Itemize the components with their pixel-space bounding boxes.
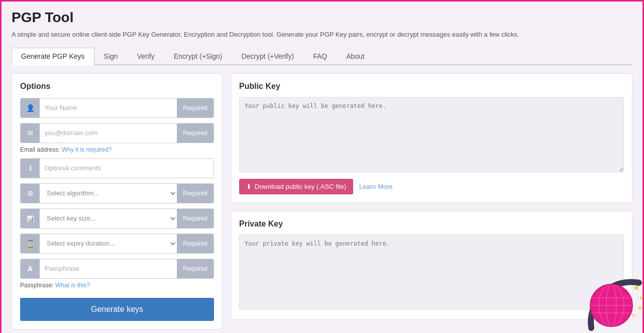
passphrase-info-prefix: Passphrase:: [20, 282, 54, 289]
page-title: PGP Tool: [12, 10, 632, 26]
keysize-field-row: Select key size... 2048 4096 Required: [20, 208, 214, 229]
cog-icon: [21, 184, 40, 203]
name-required-badge: Required: [177, 98, 213, 118]
font-icon: [21, 259, 40, 278]
passphrase-info: Passphrase: What is this?: [20, 282, 214, 289]
passphrase-info-link[interactable]: What is this?: [55, 282, 90, 289]
algorithm-select-wrapper: Select algorithm... RSA ECC: [40, 184, 177, 203]
algorithm-field-row: Select algorithm... RSA ECC Required: [20, 183, 214, 203]
email-info: Email address: Why it is required?: [20, 146, 214, 153]
main-content: Options Required Required: [12, 65, 632, 334]
download-public-key-button[interactable]: Download public key (.ASC file): [239, 179, 353, 194]
keysize-select[interactable]: Select key size... 2048 4096: [40, 209, 177, 228]
options-panel: Options Required Required: [12, 73, 223, 329]
expiry-required-badge: Required: [177, 234, 213, 253]
tab-generate-pgp-keys[interactable]: Generate PGP Keys: [12, 48, 94, 65]
email-field-row: Required: [20, 123, 214, 143]
comments-field-row: [20, 158, 214, 178]
private-key-textarea[interactable]: [239, 235, 624, 310]
name-input[interactable]: [40, 98, 177, 118]
user-icon: [21, 98, 40, 118]
expiry-field-row: Select expiry duration... 1 year 2 years…: [20, 234, 214, 254]
download-public-key-label: Download public key (.ASC file): [255, 183, 346, 190]
expiry-select-wrapper: Select expiry duration... 1 year 2 years…: [40, 234, 177, 253]
keysize-required-badge: Required: [177, 209, 213, 228]
download-icon: [246, 183, 252, 190]
tab-sign[interactable]: Sign: [94, 48, 128, 65]
private-key-title: Private Key: [239, 219, 624, 229]
hourglass-icon: [21, 234, 40, 253]
private-key-card: Private Key: [231, 211, 632, 320]
options-card: Options Required Required: [12, 73, 223, 329]
expiry-select[interactable]: Select expiry duration... 1 year 2 years…: [40, 234, 177, 253]
generate-keys-button[interactable]: Generate keys: [20, 298, 214, 321]
passphrase-required-badge: Required: [177, 259, 213, 278]
public-key-title: Public Key: [239, 82, 624, 91]
tabs-bar: Generate PGP Keys Sign Verify Encrypt (+…: [12, 48, 632, 65]
public-key-learn-more-link[interactable]: Learn More: [359, 183, 392, 190]
comments-input[interactable]: [40, 159, 213, 178]
public-key-card: Public Key Download public key (.ASC fil…: [231, 73, 632, 203]
info-icon: [21, 159, 40, 178]
tab-about[interactable]: About: [337, 48, 374, 65]
passphrase-input[interactable]: [40, 259, 177, 278]
tab-verify[interactable]: Verify: [128, 48, 164, 65]
right-panel: Public Key Download public key (.ASC fil…: [231, 73, 632, 329]
algorithm-select[interactable]: Select algorithm... RSA ECC: [40, 184, 177, 203]
mail-icon: [21, 124, 40, 143]
bar-icon: [21, 209, 40, 228]
public-key-textarea[interactable]: [239, 97, 624, 172]
page-description: A simple and secure online client-side P…: [12, 30, 632, 40]
email-info-link[interactable]: Why it is required?: [62, 146, 112, 153]
email-info-prefix: Email address:: [20, 146, 60, 153]
passphrase-field-row: Required: [20, 259, 214, 279]
tab-faq[interactable]: FAQ: [303, 48, 337, 65]
options-title: Options: [20, 82, 214, 91]
email-input[interactable]: [40, 124, 177, 143]
email-required-badge: Required: [177, 124, 213, 143]
tab-decrypt[interactable]: Decrypt (+Verify): [232, 48, 304, 65]
tab-encrypt[interactable]: Encrypt (+Sign): [164, 48, 232, 65]
algorithm-required-badge: Required: [177, 184, 213, 203]
public-key-actions: Download public key (.ASC file) Learn Mo…: [239, 179, 624, 194]
keysize-select-wrapper: Select key size... 2048 4096: [40, 209, 177, 228]
name-field-row: Required: [20, 98, 214, 118]
